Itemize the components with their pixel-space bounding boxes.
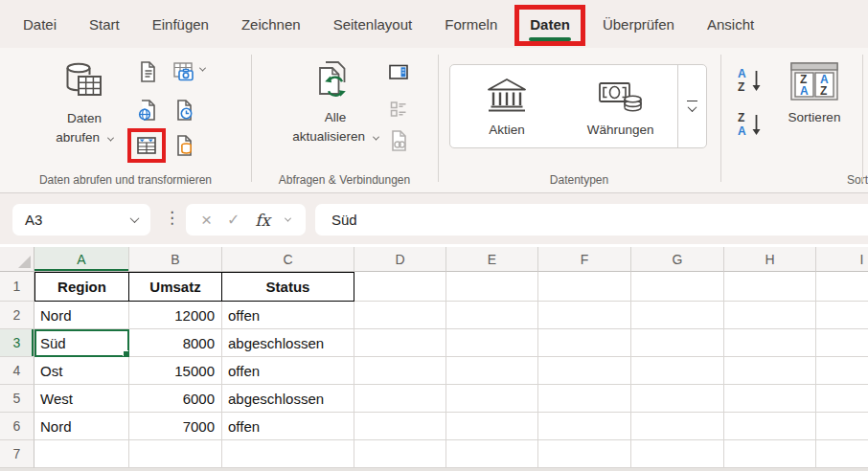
sort-descending-button[interactable]: Z A [736,109,763,138]
cell-G2[interactable] [631,302,724,329]
cell-E3[interactable] [446,329,538,357]
cell-F3[interactable] [538,329,631,357]
column-header-A[interactable]: A [34,247,129,272]
cell-D5[interactable] [354,385,446,413]
row-header-1[interactable]: 1 [0,272,34,302]
cell-C3[interactable]: abgeschlossen [222,329,354,357]
name-box[interactable]: A3 [12,204,150,236]
cell-A3[interactable]: Süd [34,329,129,357]
cell-D6[interactable] [354,413,446,440]
cell-C7[interactable] [222,440,354,468]
sort-button[interactable]: Z A A Z Sortieren [776,61,853,127]
cell-D3[interactable] [354,329,446,357]
cell-G5[interactable] [631,385,724,413]
cell-C6[interactable]: offen [222,413,354,440]
column-header-D[interactable]: D [354,247,446,272]
cancel-icon[interactable]: × [201,211,212,229]
cell-I6[interactable] [816,413,868,440]
cell-C5[interactable]: abgeschlossen [222,385,354,413]
cell-D2[interactable] [354,302,446,329]
cell-B6[interactable]: 7000 [129,413,222,440]
cell-A1[interactable]: Region [34,272,129,302]
cell-B5[interactable]: 6000 [129,385,222,413]
cell-E1[interactable] [446,272,538,302]
cell-F6[interactable] [538,413,631,440]
get-data-button[interactable]: Daten abrufen [36,60,132,147]
cell-I3[interactable] [816,329,868,357]
cell-F4[interactable] [538,357,631,385]
cell-H4[interactable] [724,357,816,385]
cell-A2[interactable]: Nord [34,302,129,329]
row-header-4[interactable]: 4 [0,357,34,385]
row-header-6[interactable]: 6 [0,413,34,440]
cell-I4[interactable] [816,357,868,385]
from-picture-button[interactable] [171,59,196,84]
stocks-button[interactable]: Aktien [450,65,563,147]
cell-F5[interactable] [538,385,631,413]
chevron-down-icon[interactable] [285,215,291,222]
cell-E2[interactable] [446,302,538,329]
cell-A6[interactable]: Nord [34,413,129,440]
cell-C2[interactable]: offen [222,302,354,329]
edit-links-button[interactable] [386,128,411,153]
tab-seitenlayout[interactable]: Seitenlayout [317,16,429,33]
cell-B7[interactable] [129,440,222,468]
cell-G7[interactable] [631,440,724,468]
cell-E4[interactable] [446,357,538,385]
from-web-button[interactable] [135,98,160,123]
row-header-2[interactable]: 2 [0,302,34,329]
cell-E7[interactable] [446,440,538,468]
cell-D4[interactable] [354,357,446,385]
cell-H1[interactable] [724,272,816,302]
enter-icon[interactable]: ✓ [227,211,240,229]
column-header-E[interactable]: E [446,247,538,272]
cell-H5[interactable] [724,385,816,413]
refresh-all-button[interactable]: Alle aktualisieren [273,57,398,146]
gallery-more-button[interactable] [678,65,706,147]
formula-bar-resize-dots[interactable]: ⋮ [164,208,180,228]
cell-G3[interactable] [631,329,724,357]
cell-B3[interactable]: 8000 [129,329,222,357]
cell-A4[interactable]: Ost [34,357,129,385]
cell-B2[interactable]: 12000 [129,302,222,329]
row-header-3[interactable]: 3 [0,329,34,357]
existing-connections-button[interactable] [171,133,196,158]
row-header-5[interactable]: 5 [0,385,34,413]
properties-button[interactable] [386,97,411,122]
cell-H7[interactable] [724,440,816,468]
cell-I7[interactable] [816,440,868,468]
tab-ansicht[interactable]: Ansicht [691,16,770,33]
cell-H2[interactable] [724,302,816,329]
formula-input[interactable]: Süd [315,204,868,236]
tab-zeichnen[interactable]: Zeichnen [225,16,317,33]
cell-I1[interactable] [816,272,868,302]
cell-D1[interactable] [354,272,446,302]
cell-H6[interactable] [724,413,816,440]
cell-F7[interactable] [538,440,631,468]
recent-sources-button[interactable] [171,98,196,123]
tab-start[interactable]: Start [73,16,136,33]
cell-F1[interactable] [538,272,631,302]
cell-H3[interactable] [724,329,816,357]
select-all-corner[interactable] [0,247,34,272]
cell-I2[interactable] [816,302,868,329]
currencies-button[interactable]: Währungen [563,65,677,147]
cell-A7[interactable] [34,440,129,468]
cell-C1[interactable]: Status [222,272,354,302]
tab-daten[interactable]: Daten [514,16,586,33]
column-header-B[interactable]: B [129,247,222,272]
column-header-G[interactable]: G [631,247,724,272]
cell-E6[interactable] [446,413,538,440]
chevron-down-icon[interactable] [199,65,206,72]
cell-D7[interactable] [354,440,446,468]
queries-connections-panel-button[interactable] [386,59,411,84]
cell-B1[interactable]: Umsatz [129,272,222,302]
column-header-F[interactable]: F [538,247,631,272]
from-text-csv-button[interactable] [135,59,160,84]
chevron-down-icon[interactable] [130,213,140,223]
cell-F2[interactable] [538,302,631,329]
cell-G1[interactable] [631,272,724,302]
column-header-H[interactable]: H [724,247,816,272]
tab-formeln[interactable]: Formeln [428,16,514,33]
cell-G6[interactable] [631,413,724,440]
